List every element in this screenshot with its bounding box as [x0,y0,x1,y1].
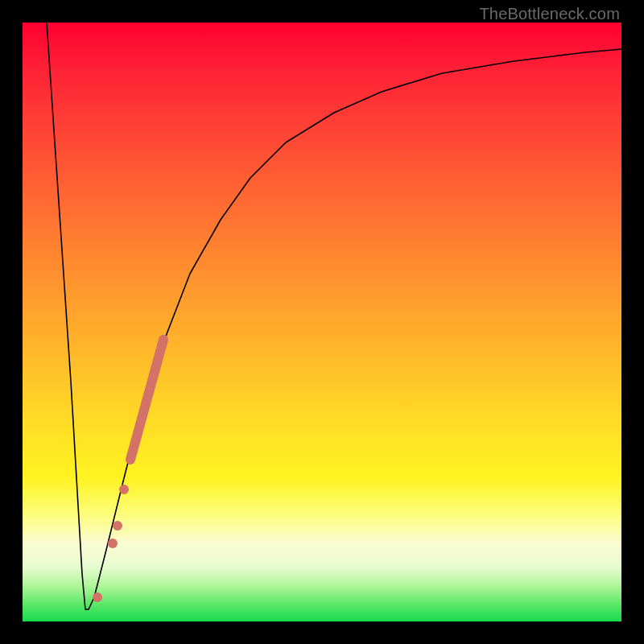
marker-bar [130,340,163,460]
chart-frame: TheBottleneck.com [0,0,644,644]
curve-layer [23,23,621,621]
credit-label: TheBottleneck.com [479,5,620,23]
marker-dot [119,485,129,494]
marker-dot [159,335,168,345]
marker-dot [113,521,122,530]
marker-dot [93,592,102,602]
plot-area [23,23,621,621]
bottleneck-curve [47,23,621,609]
marker-dot [108,539,118,548]
